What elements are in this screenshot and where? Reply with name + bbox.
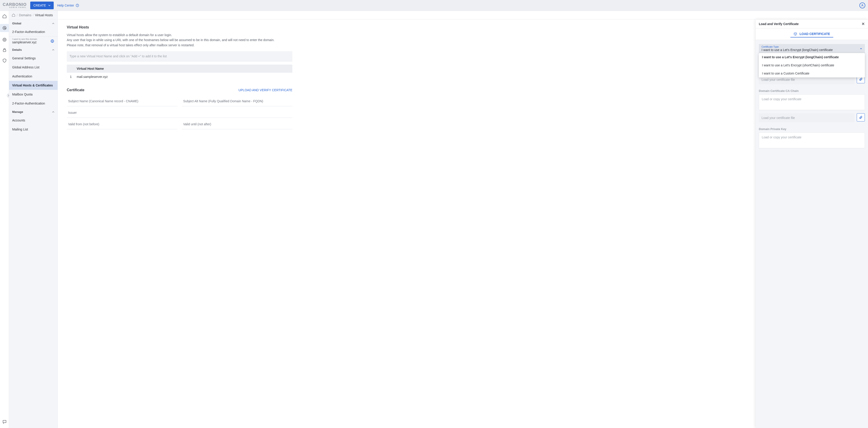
tab-label: LOAD CERTIFICATE xyxy=(799,32,830,36)
section-label: Global xyxy=(12,22,21,25)
virtual-hosts-title: Virtual Hosts xyxy=(67,25,292,29)
issuer-field: Issuer xyxy=(67,108,292,118)
tab-load-certificate[interactable]: LOAD CERTIFICATE xyxy=(790,31,833,37)
table-row: 1 mail.sampleserver.xyz xyxy=(67,73,292,81)
breadcrumb-current: Virtual Hosts xyxy=(35,13,53,17)
private-key-textarea[interactable] xyxy=(759,133,865,148)
row-hostname: mail.sampleserver.xyz xyxy=(77,75,108,79)
chevron-up-icon xyxy=(52,49,54,51)
breadcrumb-sep: / xyxy=(17,13,18,17)
svg-point-4 xyxy=(4,27,5,29)
sidebar-section-global[interactable]: Global xyxy=(9,20,58,27)
virtual-hosts-description: Virtual hosts allow the system to establ… xyxy=(67,32,292,48)
shield-icon[interactable] xyxy=(2,58,7,63)
row-index: 1 xyxy=(70,75,77,79)
sidebar-item-global-address-list[interactable]: Global Address List xyxy=(9,63,58,72)
drawer-body: Certificate Type I want to use a Let's E… xyxy=(756,40,868,428)
cert-type-option-longchain[interactable]: I want to use a Let's Encrypt (longChain… xyxy=(759,53,865,61)
paperclip-icon xyxy=(859,78,863,81)
topbar: CARBONIO ADMIN PANEL CREATE Help Center … xyxy=(0,0,868,11)
certificate-title: Certificate xyxy=(67,88,84,92)
help-label: Help Center xyxy=(57,4,74,7)
chevron-up-icon xyxy=(52,22,54,25)
valid-until-field: Valid until (not after) xyxy=(182,119,292,130)
svg-point-5 xyxy=(3,38,6,41)
sidebar-item-2fa-details[interactable]: 2-Factor-Authentication xyxy=(9,99,58,108)
sidebar-item-authentication[interactable]: Authentication xyxy=(9,72,58,81)
new-virtual-host-input[interactable] xyxy=(67,51,292,61)
sidebar-item-virtual-hosts[interactable]: Virtual Hosts & Certificates xyxy=(9,81,58,90)
valid-from-field: Valid from (not before) xyxy=(67,119,177,130)
svg-point-6 xyxy=(4,39,5,40)
private-key-label: Domain Private Key xyxy=(759,127,865,131)
drawer-header: Load and Verify Certificate ✕ xyxy=(756,20,868,28)
nav-rail xyxy=(0,11,9,428)
cert-type-option-shortchain[interactable]: I want to use a Let's Encrypt (shortChai… xyxy=(759,61,865,69)
sidebar-item-mailing-list[interactable]: Mailing List xyxy=(9,125,58,134)
ca-chain-textarea[interactable] xyxy=(759,94,865,110)
cert-type-label: Certificate Type xyxy=(762,46,833,48)
breadcrumb: / Domains / Virtual Hosts xyxy=(9,11,58,20)
create-button[interactable]: CREATE xyxy=(30,2,54,9)
upload-verify-link[interactable]: UPLOAD AND VERIFY CERTIFICATE xyxy=(239,88,292,92)
svg-rect-7 xyxy=(3,50,6,52)
create-label: CREATE xyxy=(33,4,46,7)
cube-icon xyxy=(794,32,797,36)
section-label: Manage xyxy=(12,110,23,114)
ca-chain-label: Domain Certificate CA Chain xyxy=(759,89,865,92)
sidebar: / Domains / Virtual Hosts Global 2-Facto… xyxy=(9,11,58,428)
main-content: Virtual Hosts Virtual hosts allow the sy… xyxy=(58,11,868,428)
drawer-tabs: LOAD CERTIFICATE xyxy=(756,28,868,40)
svg-point-2 xyxy=(862,4,863,5)
sidebar-item-accounts[interactable]: Accounts xyxy=(9,116,58,125)
breadcrumb-home-icon[interactable] xyxy=(12,13,16,17)
help-center-link[interactable]: Help Center ? xyxy=(57,4,79,7)
breadcrumb-sep: / xyxy=(33,13,34,17)
cert-type-select[interactable]: Certificate Type I want to use a Let's E… xyxy=(759,44,865,54)
brand-logo: CARBONIO ADMIN PANEL xyxy=(3,2,27,8)
sidebar-section-details[interactable]: Details xyxy=(9,46,58,54)
cert-type-option-custom[interactable]: I want to use a Custom Certificate xyxy=(759,69,865,78)
domain-filter[interactable]: I want to see this domain sampleserver.x… xyxy=(9,36,58,46)
sidebar-item-2fa-global[interactable]: 2-Factor-Authentication xyxy=(9,27,58,36)
paperclip-icon xyxy=(859,116,863,119)
vh-column-header: Virtual Host Name xyxy=(67,64,292,73)
section-label: Details xyxy=(12,48,22,52)
cert-type-select-wrap: Certificate Type I want to use a Let's E… xyxy=(759,44,865,54)
ca-chain-file-input[interactable] xyxy=(759,113,855,122)
user-avatar-icon[interactable] xyxy=(860,2,865,8)
at-icon[interactable] xyxy=(0,24,9,32)
attach-button-2[interactable] xyxy=(857,113,865,121)
subject-name-field: Subject Name (Canonical Name record - CN… xyxy=(67,96,177,106)
cert-type-value: I want to use a Let's Encrypt (longChain… xyxy=(762,48,833,52)
cert-type-menu: I want to use a Let's Encrypt (longChain… xyxy=(759,53,865,78)
svg-text:?: ? xyxy=(77,4,78,6)
sidebar-item-general-settings[interactable]: General Settings xyxy=(9,54,58,63)
sidebar-section-manage[interactable]: Manage xyxy=(9,108,58,116)
breadcrumb-domains[interactable]: Domains xyxy=(19,13,31,17)
sidebar-item-mailbox-quota[interactable]: Mailbox Quota xyxy=(9,90,58,99)
home-icon[interactable] xyxy=(2,13,7,19)
caret-up-icon xyxy=(860,48,862,50)
globe-icon[interactable] xyxy=(50,39,54,43)
domain-filter-hint: I want to see this domain xyxy=(12,38,37,40)
help-icon: ? xyxy=(76,4,79,7)
chevron-up-icon xyxy=(52,111,54,113)
close-icon[interactable]: ✕ xyxy=(862,22,865,26)
workspace: / Domains / Virtual Hosts Global 2-Facto… xyxy=(0,11,868,428)
san-field: Subject Alt Name (Fully Qualified Domain… xyxy=(182,96,292,106)
certificate-drawer: Load and Verify Certificate ✕ LOAD CERTI… xyxy=(756,20,868,428)
lock-icon[interactable] xyxy=(2,48,7,53)
domain-filter-value: sampleserver.xyz xyxy=(12,40,37,44)
chevron-down-icon xyxy=(48,4,51,6)
svg-point-3 xyxy=(3,26,6,30)
target-icon[interactable] xyxy=(2,37,7,42)
drawer-title: Load and Verify Certificate xyxy=(759,22,799,26)
chat-icon[interactable] xyxy=(2,419,7,424)
brand-line1: CARBONIO xyxy=(3,2,27,6)
brand-line2: ADMIN PANEL xyxy=(9,6,27,8)
